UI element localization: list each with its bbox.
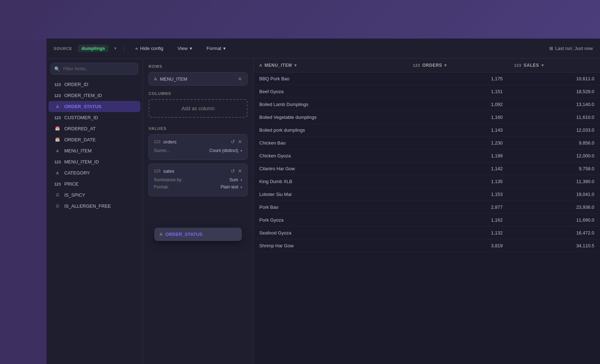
orders-type-icon: 123 [154,140,160,144]
sales-close-button[interactable]: ✕ [238,168,242,174]
field-item-order_date[interactable]: 📅 ORDER_DATE [49,134,140,145]
toolbar: SOURCE dumplings ▾ « Hide config View ▾ … [46,39,600,59]
source-name-badge[interactable]: dumplings [78,45,109,52]
cell-menu-item: Pork Bao [254,201,407,214]
cell-sales: 18,528.0 [508,85,600,98]
field-item-menu_item[interactable]: A MENU_ITEM [49,145,140,156]
field-type-icon-ordered_at: 📅 [54,126,61,131]
field-name-ordered_at: ORDERED_AT [64,126,96,131]
table-body: BBQ Pork Bao 1,175 10,611.0 Beef Gyoza 1… [254,72,600,252]
data-table-area: A MENU_ITEM ▾ 123 orders ▾ 123 sales ▾ B… [254,59,600,364]
columns-section-label: COLUMNS [149,91,248,96]
dropdown-order-status-item[interactable]: A ORDER_STATUS [155,228,241,241]
field-item-order_status[interactable]: A ORDER_STATUS [49,101,140,112]
sales-summarize-control[interactable]: Sum ▾ [229,177,242,182]
orders-card-actions: ↺ ✕ [231,139,242,145]
col-chevron-menu_item[interactable]: ▾ [294,63,297,68]
sales-card-actions: ↺ ✕ [231,168,242,174]
orders-close-button[interactable]: ✕ [238,139,242,145]
orders-refresh-icon[interactable]: ↺ [231,139,235,145]
cell-orders: 1,153 [407,188,509,201]
field-name-customer_id: CUSTOMER_ID [64,115,98,120]
field-item-customer_id[interactable]: 123 CUSTOMER_ID [49,112,140,123]
cell-menu-item: Boiled Vegetable dumplings [254,111,407,124]
sales-type-icon: 123 [154,169,160,173]
field-type-icon-is_spicy: ☑ [54,193,61,197]
values-section: VALUES 123 orders ↺ ✕ Summ.. [149,126,248,200]
orders-summarize-chevron-icon: ▾ [240,149,242,153]
sales-refresh-icon[interactable]: ↺ [231,168,235,174]
column-dropdown[interactable]: A ORDER_STATUS [154,228,242,241]
field-item-ordered_at[interactable]: 📅 ORDERED_AT [49,123,140,134]
field-type-icon-menu_item_id: 123 [54,160,61,164]
view-button[interactable]: View ▾ [173,44,196,53]
field-item-order_item_id[interactable]: 123 ORDER_ITEM_ID [49,90,140,101]
field-item-is_allergen_free[interactable]: ☑ IS_ALLERGEN_FREE [49,201,140,212]
rows-field-close-button[interactable]: ✕ [238,76,242,82]
sales-format-control[interactable]: Plain text ▾ [221,184,242,189]
field-name-category: CATEGORY [64,170,90,176]
columns-add-area: Add as column A ORDER_STATUS [149,99,248,123]
cell-sales: 9,758.0 [508,162,600,175]
config-panel: ROWS A MENU_ITEM ✕ COLUMNS Add as column… [143,59,254,364]
cell-sales: 34,110.5 [508,239,600,252]
field-item-is_spicy[interactable]: ☑ IS_SPICY [49,189,140,201]
orders-card-header: 123 orders ↺ ✕ [154,139,242,145]
search-input[interactable] [51,63,138,75]
sales-card-left: 123 sales [154,168,174,174]
orders-summarize-control[interactable]: Count (distinct) ▾ [209,148,242,153]
field-item-menu_item_id[interactable]: 123 MENU_ITEM_ID [49,156,140,167]
field-item-category[interactable]: A CATEGORY [49,167,140,178]
col-header-content-orders: 123 orders ▾ [413,63,503,68]
field-list: 123 ORDER_ID 123 ORDER_ITEM_ID A ORDER_S… [46,79,142,364]
field-type-icon-order_date: 📅 [54,137,61,142]
cell-sales: 13,140.0 [508,98,600,111]
dropdown-item-icon: A [160,232,162,237]
sales-summarize-label: Summarize by: [154,177,182,182]
last-run-icon: ⊞ [549,46,553,51]
col-label-sales: sales [524,63,539,68]
cell-orders: 1,175 [407,72,509,85]
table-row: Pork Gyoza 1,162 11,690.0 [254,214,600,227]
field-name-is_spicy: IS_SPICY [64,192,85,198]
col-chevron-orders[interactable]: ▾ [444,63,447,68]
sales-summarize-row: Summarize by: Sum ▾ [154,177,242,182]
field-name-order_id: ORDER_ID [64,82,88,87]
cell-orders: 1,132 [407,227,509,239]
col-chevron-sales[interactable]: ▾ [541,63,544,68]
sales-card-header: 123 sales ↺ ✕ [154,168,242,174]
source-label: SOURCE [54,46,72,51]
cell-sales: 11,390.0 [508,175,600,188]
cell-menu-item: Cilantro Har Gow [254,162,407,175]
table-row: Beef Gyoza 1,151 18,528.0 [254,85,600,98]
cell-menu-item: BBQ Pork Bao [254,72,407,85]
source-chevron-icon[interactable]: ▾ [114,46,116,51]
field-item-order_id[interactable]: 123 ORDER_ID [49,79,140,90]
cell-orders: 1,135 [407,175,509,188]
table-row: Boiled Vegetable dumplings 1,160 11,610.… [254,111,600,124]
cell-sales: 19,041.0 [508,188,600,201]
cell-menu-item: King Dumb XLB [254,175,407,188]
cell-sales: 12,033.0 [508,124,600,137]
add-as-column-button[interactable]: Add as column [149,99,248,118]
orders-summarize-value: Count (distinct) [209,148,238,153]
field-type-icon-category: A [54,171,61,175]
orders-summarize-label: Summ... [154,148,170,153]
hide-config-button[interactable]: « Hide config [131,44,168,53]
table-row: Seafood Gyoza 1,132 16,472.0 [254,227,600,239]
cell-orders: 2,877 [407,201,509,214]
orders-card-name: orders [163,139,176,145]
cell-orders: 1,160 [407,111,509,124]
sales-format-chevron-icon: ▾ [240,185,242,189]
field-name-is_allergen_free: IS_ALLERGEN_FREE [64,203,111,209]
cell-sales: 23,936.0 [508,201,600,214]
sales-format-label: Format: [154,184,169,189]
col-label-menu_item: MENU_ITEM [265,63,292,68]
cell-sales: 9,856.0 [508,137,600,150]
field-item-price[interactable]: 123 PRICE [49,178,140,189]
search-icon: 🔍 [54,66,60,71]
format-button[interactable]: Format ▾ [202,44,230,53]
format-chevron-icon: ▾ [223,46,226,51]
cell-orders: 1,143 [407,124,509,137]
table-row: Lobster Siu Mai 1,153 19,041.0 [254,188,600,201]
